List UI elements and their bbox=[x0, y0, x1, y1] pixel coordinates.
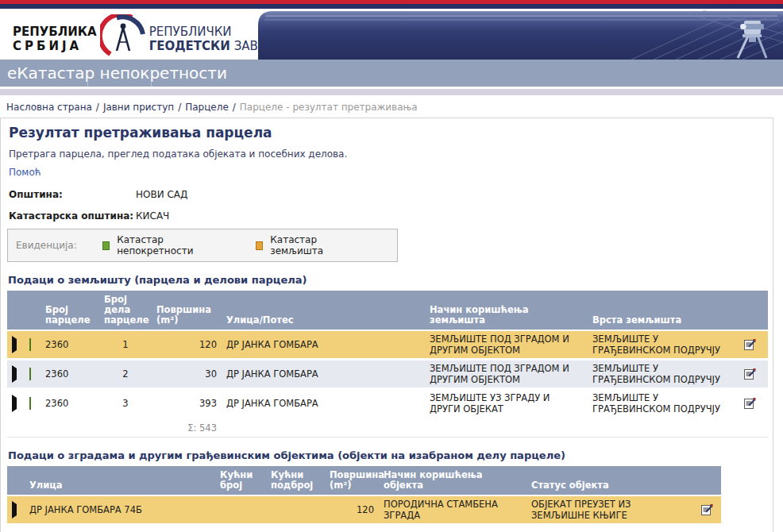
parcels-sum-row: Σ: 543 bbox=[7, 418, 768, 438]
help-link[interactable]: Помоћ bbox=[9, 167, 41, 178]
breadcrumb: Насловна страна/Јавни приступ/Парцеле/Па… bbox=[0, 95, 783, 118]
legend-item-kz: Катастар земљишта bbox=[256, 234, 356, 256]
app-title-bar: еКатастар непокретности bbox=[0, 60, 783, 87]
cadastral-municipality-label: Катастарска општина: bbox=[9, 210, 136, 222]
details-icon[interactable] bbox=[731, 389, 768, 418]
col-nacin-koriscenja-objekta: Начин коришћења објекта bbox=[379, 466, 526, 495]
evidence-kn-green-icon bbox=[25, 330, 40, 360]
table-row[interactable]: 2360 3 393 ДР ЈАНКА ГОМБАРА ЗЕМЉИШТЕ УЗ … bbox=[7, 389, 768, 418]
masthead: РЕПУБЛИКА СРБИЈА РЕПУБЛИЧКИ ГЕОДЕТСКИ ЗА… bbox=[0, 10, 783, 60]
legend-label: Евиденција: bbox=[16, 240, 77, 251]
evidence-kz-orange-icon bbox=[256, 241, 264, 250]
breadcrumb-link-parcels[interactable]: Парцеле bbox=[185, 102, 229, 113]
cadastral-municipality-value: КИСАЧ bbox=[136, 210, 169, 222]
details-icon[interactable] bbox=[731, 360, 768, 389]
col-broj-parcele: Број парцеле bbox=[40, 291, 99, 330]
logo-line-srbija: СРБИЈА bbox=[13, 39, 97, 53]
objects-section-title: Подаци о зградама и другим грађевинским … bbox=[8, 449, 766, 461]
parcels-table: Број парцеле Број дела парцеле Површина … bbox=[7, 291, 768, 438]
table-row[interactable]: ДР ЈАНКА ГОМБАРА 74Б 120 ПОРОДИЧНА СТАМБ… bbox=[7, 495, 721, 525]
col-ulica: Улица bbox=[25, 466, 215, 495]
logo-text-republika-srbija: РЕПУБЛИКА СРБИЈА bbox=[13, 25, 97, 53]
row-expand-icon[interactable] bbox=[7, 495, 25, 525]
col-kucni-podbroj: Кућни подброј bbox=[266, 466, 325, 495]
breadcrumb-current: Парцеле - резултат претраживања bbox=[240, 102, 418, 113]
details-icon[interactable] bbox=[731, 330, 768, 360]
legend-item-kn: Катастар непокретности bbox=[102, 234, 222, 256]
row-expand-icon[interactable] bbox=[7, 330, 25, 360]
col-ulica-potes: Улица/Потес bbox=[222, 291, 425, 330]
col-kucni-broj: Кућни број bbox=[215, 466, 266, 495]
row-expand-icon[interactable] bbox=[7, 389, 25, 418]
page-title: Резултат претраживања парцела bbox=[9, 125, 766, 141]
menu-separator bbox=[151, 83, 152, 87]
col-broj-dela: Број дела парцеле bbox=[99, 291, 152, 330]
breadcrumb-link-home[interactable]: Насловна страна bbox=[6, 102, 92, 113]
col-status-objekta: Статус објекта bbox=[526, 466, 693, 495]
header-banner-image bbox=[258, 10, 783, 60]
content-panel: Резултат претраживања парцела Претрага п… bbox=[0, 118, 773, 532]
logo-line-republika: РЕПУБЛИКА bbox=[13, 25, 97, 39]
parcels-section-title: Подаци о земљишту (парцела и делови парц… bbox=[8, 274, 766, 286]
table-row[interactable]: 2360 2 30 ДР ЈАНКА ГОМБАРА ЗЕМЉИШТЕ ПОД … bbox=[7, 360, 768, 389]
col-povrsina: Површина (m²) bbox=[152, 291, 222, 330]
page-subtitle: Претрага парцела, преглед података објек… bbox=[9, 148, 766, 160]
col-nacin-koriscenja: Начин коришћења земљишта bbox=[425, 291, 588, 330]
col-povrsina-objekta: Површина (m²) bbox=[325, 466, 379, 495]
menu-separator bbox=[87, 83, 88, 87]
table-row[interactable]: 2360 1 120 ДР ЈАНКА ГОМБАРА ЗЕМЉИШТЕ ПОД… bbox=[7, 330, 768, 360]
evidence-kn-green-icon bbox=[102, 241, 110, 250]
municipality-label: Општина: bbox=[9, 189, 136, 200]
col-vrsta-zemljista: Врста земљишта bbox=[588, 291, 731, 330]
rgz-emblem-icon bbox=[100, 14, 146, 64]
parcels-table-header: Број парцеле Број дела парцеле Површина … bbox=[7, 291, 768, 330]
objects-table: Улица Кућни број Кућни подброј Површина … bbox=[7, 466, 721, 526]
app-title: еКатастар непокретности bbox=[7, 64, 227, 83]
rgz-logo: РЕПУБЛИКА СРБИЈА РЕПУБЛИЧКИ ГЕОДЕТСКИ ЗА… bbox=[13, 14, 276, 64]
municipality-row: Општина: НОВИ САД bbox=[9, 189, 766, 200]
sub-header-strip bbox=[0, 89, 783, 95]
evidence-kn-green-icon bbox=[25, 360, 40, 389]
objects-table-header: Улица Кућни број Кућни подброј Површина … bbox=[7, 466, 721, 495]
evidence-kn-green-icon bbox=[25, 389, 40, 418]
row-expand-icon[interactable] bbox=[7, 360, 25, 389]
municipality-value: НОВИ САД bbox=[136, 189, 187, 200]
area-sum: Σ: 543 bbox=[7, 418, 222, 438]
evidence-legend: Евиденција: Катастар непокретности Катас… bbox=[7, 229, 398, 262]
cadastral-municipality-row: Катастарска општина: КИСАЧ bbox=[9, 210, 766, 222]
breadcrumb-link-public-access[interactable]: Јавни приступ bbox=[103, 102, 174, 113]
details-icon[interactable] bbox=[693, 495, 721, 525]
